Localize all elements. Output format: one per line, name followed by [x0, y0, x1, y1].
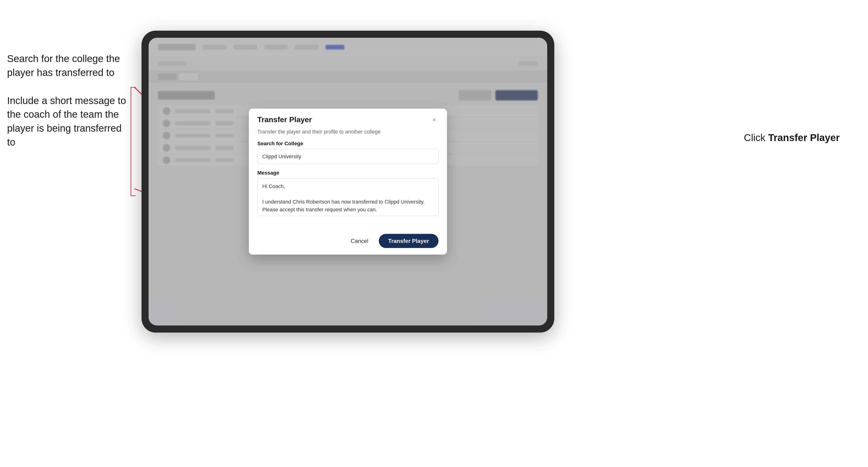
search-college-group: Search for College: [257, 141, 438, 164]
message-textarea[interactable]: [257, 178, 438, 216]
modal-header: Transfer Player ×: [249, 109, 447, 129]
search-college-input[interactable]: [257, 149, 438, 164]
message-label: Message: [257, 170, 438, 176]
annotation-right: Click Transfer Player: [744, 132, 840, 144]
transfer-player-modal: Transfer Player × Transfer the player an…: [249, 109, 447, 255]
modal-body: Transfer the player and their profile to…: [249, 129, 447, 229]
modal-footer: Cancel Transfer Player: [249, 229, 447, 255]
cancel-button[interactable]: Cancel: [345, 235, 374, 248]
modal-subtitle: Transfer the player and their profile to…: [257, 129, 438, 135]
transfer-player-button[interactable]: Transfer Player: [379, 234, 438, 248]
tablet-device: Transfer Player × Transfer the player an…: [142, 31, 554, 333]
modal-close-button[interactable]: ×: [430, 115, 438, 124]
search-college-label: Search for College: [257, 141, 438, 147]
annotation-message-text: Include a short message to the coach of …: [7, 94, 130, 149]
tablet-screen: Transfer Player × Transfer the player an…: [149, 38, 547, 325]
annotation-search-text: Search for the college the player has tr…: [7, 52, 130, 80]
modal-title: Transfer Player: [257, 115, 312, 124]
message-group: Message: [257, 170, 438, 217]
annotation-right-text: Click Transfer Player: [744, 132, 840, 143]
annotation-left-top: Search for the college the player has tr…: [7, 52, 130, 163]
